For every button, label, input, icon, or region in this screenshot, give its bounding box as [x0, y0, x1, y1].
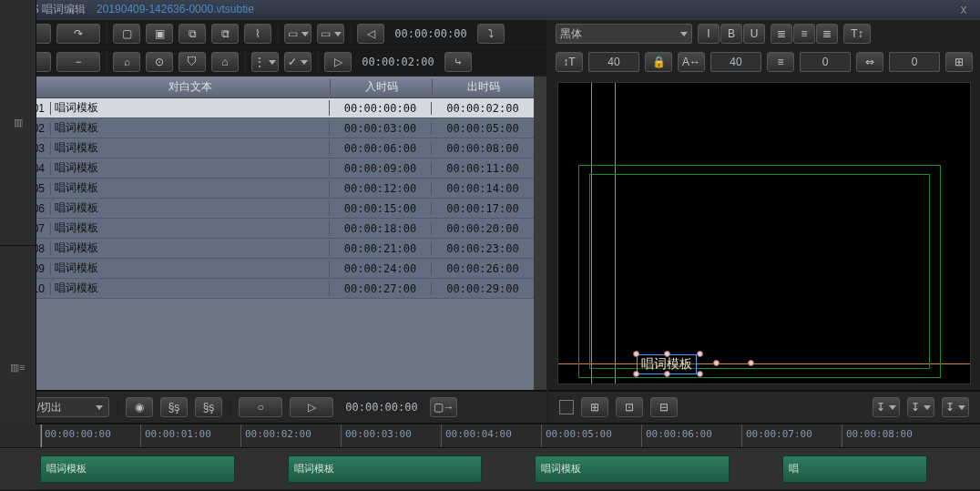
row-text[interactable]: 唱词模板	[51, 281, 330, 296]
fx2-button[interactable]: §ş	[195, 397, 222, 417]
row-out[interactable]: 00:00:08:00	[432, 142, 534, 155]
row-out[interactable]: 00:00:02:00	[432, 102, 534, 115]
bold-button[interactable]: B	[720, 24, 742, 44]
kerning-input[interactable]: 0	[800, 52, 851, 72]
shield-button[interactable]: ⛉	[179, 52, 206, 72]
align-right-button[interactable]: ≣	[816, 24, 838, 44]
style-dropdown[interactable]: ▭	[317, 24, 344, 44]
col-text[interactable]: 对白文本	[51, 79, 330, 95]
row-in[interactable]: 00:00:12:00	[330, 182, 432, 195]
vertical-text-button[interactable]: T↕	[843, 24, 871, 44]
record-button[interactable]: ◉	[126, 397, 153, 417]
handle-mr[interactable]	[713, 360, 720, 366]
row-in[interactable]: 00:00:09:00	[330, 162, 432, 175]
table-row[interactable]: 0003唱词模板00:00:06:0000:00:08:00	[0, 138, 534, 159]
row-in[interactable]: 00:00:15:00	[330, 202, 432, 215]
handle-tm[interactable]	[664, 351, 670, 357]
col-in[interactable]: 入时码	[330, 79, 432, 95]
row-out[interactable]: 00:00:29:00	[432, 282, 534, 295]
ruler-mark[interactable]: 00:00:07:00	[741, 425, 842, 447]
row-text[interactable]: 唱词模板	[51, 100, 330, 116]
row-out[interactable]: 00:00:20:00	[432, 222, 534, 235]
table-row[interactable]: 0008唱词模板00:00:21:0000:00:23:00	[0, 239, 534, 259]
new-button[interactable]: ▢	[113, 24, 140, 44]
stop-button[interactable]: ○	[239, 397, 282, 417]
tag-button[interactable]: ⌂	[211, 52, 239, 72]
options-dropdown[interactable]: ⋮	[251, 52, 279, 72]
row-out[interactable]: 00:00:23:00	[432, 242, 534, 255]
font-width-input[interactable]: 40	[710, 52, 761, 72]
timeline-clip[interactable]: 唱词模板	[40, 455, 235, 483]
row-out[interactable]: 00:00:26:00	[432, 262, 534, 275]
remove-button[interactable]: −	[56, 52, 100, 72]
row-in[interactable]: 00:00:00:00	[330, 102, 432, 115]
ruler-mark[interactable]: 00:00:05:00	[541, 425, 641, 447]
redo-button[interactable]: ↷	[56, 24, 100, 44]
ruler-mark[interactable]: 00:00:01:00	[140, 425, 240, 447]
grid-button[interactable]: ⊞	[945, 52, 973, 72]
ruler-mark[interactable]: 00:00:04:00	[441, 425, 541, 447]
mark-out-button[interactable]: ⤷	[444, 52, 472, 72]
fx1-button[interactable]: §ş	[160, 397, 188, 417]
table-row[interactable]: 0001唱词模板00:00:00:0000:00:02:00	[0, 98, 534, 118]
export-button[interactable]: ⧉̅	[211, 24, 239, 44]
tracking-input[interactable]: 0	[889, 52, 940, 72]
track-grip-1[interactable]: ▥	[0, 0, 36, 246]
table-row[interactable]: 0002唱词模板00:00:03:0000:00:05:00	[0, 118, 534, 138]
row-out[interactable]: 00:00:05:00	[432, 122, 534, 135]
table-scrollbar[interactable]	[534, 77, 546, 390]
mark-in-button[interactable]: ⤵	[477, 24, 505, 44]
timeline-clip[interactable]: 唱词模板	[288, 455, 483, 483]
row-in[interactable]: 00:00:24:00	[330, 262, 432, 275]
table-row[interactable]: 0010唱词模板00:00:27:0000:00:29:00	[0, 279, 534, 299]
row-out[interactable]: 00:00:11:00	[432, 162, 534, 175]
next-button[interactable]: ▢→	[430, 397, 457, 417]
row-in[interactable]: 00:00:06:00	[330, 142, 432, 155]
row-text[interactable]: 唱词模板	[51, 261, 330, 276]
handle-bm[interactable]	[664, 371, 670, 377]
timeline-clip[interactable]: 唱	[782, 455, 927, 483]
tool-a-button[interactable]: ⌇	[244, 24, 271, 44]
table-row[interactable]: 0009唱词模板00:00:24:0000:00:26:00	[0, 259, 534, 279]
row-text[interactable]: 唱词模板	[51, 160, 330, 176]
timeline-ruler[interactable]: 00:00:00:0000:00:01:0000:00:02:0000:00:0…	[0, 425, 980, 448]
table-row[interactable]: 0007唱词模板00:00:18:0000:00:20:00	[0, 219, 534, 239]
save-button[interactable]: ⧉	[179, 24, 206, 44]
timeline-clip[interactable]: 唱词模板	[535, 455, 730, 483]
send-c-button[interactable]: ↧	[942, 397, 969, 417]
row-text[interactable]: 唱词模板	[51, 180, 330, 196]
handle-bl[interactable]	[633, 371, 639, 377]
row-in[interactable]: 00:00:18:00	[330, 222, 432, 235]
handle-tr[interactable]	[697, 351, 703, 357]
row-text[interactable]: 唱词模板	[51, 220, 330, 236]
zoom-button[interactable]: ⊙	[146, 52, 173, 72]
font-select[interactable]: 黑体	[556, 24, 692, 44]
template-dropdown[interactable]: ▭	[284, 24, 311, 44]
ruler-mark[interactable]: 00:00:06:00	[641, 425, 741, 447]
ruler-mark[interactable]: 00:00:00:00	[40, 425, 140, 447]
lock-aspect-button[interactable]: 🔒	[645, 52, 672, 72]
play-button[interactable]: ▷	[290, 397, 333, 417]
handle-tl[interactable]	[633, 351, 639, 357]
send-a-button[interactable]: ↧	[873, 397, 900, 417]
align-center-button[interactable]: ≡	[793, 24, 815, 44]
ruler-mark[interactable]: 00:00:03:00	[341, 425, 441, 447]
row-text[interactable]: 唱词模板	[51, 140, 330, 156]
ruler-mark[interactable]: 00:00:02:00	[240, 425, 341, 447]
subtitle-track[interactable]: 唱词模板唱词模板唱词模板唱	[0, 448, 980, 489]
table-row[interactable]: 0004唱词模板00:00:09:0000:00:11:00	[0, 159, 534, 179]
send-b-button[interactable]: ↧	[907, 397, 934, 417]
handle-br[interactable]	[697, 371, 703, 377]
row-out[interactable]: 00:00:17:00	[432, 202, 534, 215]
open-button[interactable]: ▣	[146, 24, 173, 44]
step-back-button[interactable]: ◁	[357, 24, 384, 44]
row-text[interactable]: 唱词模板	[51, 200, 330, 216]
preview-canvas[interactable]: 唱词模板	[557, 82, 971, 384]
handle-ext[interactable]	[748, 360, 754, 366]
row-in[interactable]: 00:00:03:00	[330, 122, 432, 135]
view-b-button[interactable]: ⊡	[616, 397, 643, 417]
underline-button[interactable]: U	[743, 24, 765, 44]
align-left-button[interactable]: ≣	[771, 24, 792, 44]
find-button[interactable]: ⌕	[113, 52, 140, 72]
table-row[interactable]: 0005唱词模板00:00:12:0000:00:14:00	[0, 179, 534, 199]
